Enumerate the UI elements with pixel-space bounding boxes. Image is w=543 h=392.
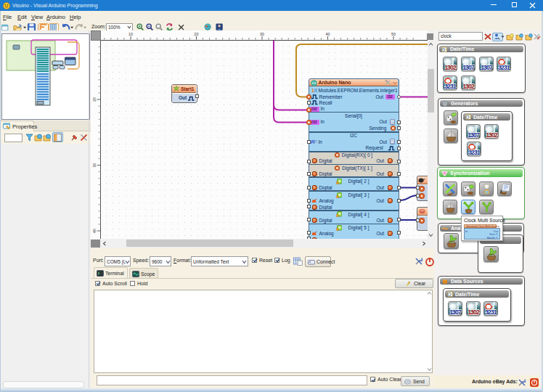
svg-text:10: 10 bbox=[128, 32, 133, 36]
svg-text:30: 30 bbox=[260, 32, 264, 36]
svg-text:30: 30 bbox=[92, 163, 97, 168]
svg-text:40: 40 bbox=[326, 32, 330, 36]
svg-text:40: 40 bbox=[92, 229, 97, 233]
svg-text:20: 20 bbox=[195, 32, 199, 36]
svg-text:F: F bbox=[314, 139, 317, 144]
svg-text:20: 20 bbox=[92, 97, 97, 102]
svg-text:1: 1 bbox=[311, 88, 314, 93]
svg-text:50: 50 bbox=[391, 32, 396, 36]
